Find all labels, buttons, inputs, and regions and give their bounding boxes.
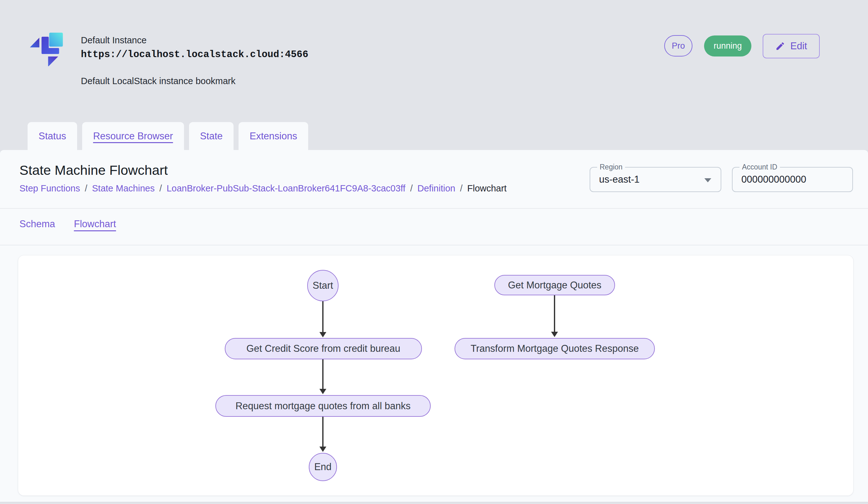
flow-node-get-mortgage-quotes[interactable]: Get Mortgage Quotes [494,275,615,295]
flow-node-label: Transform Mortgage Quotes Response [471,343,639,354]
flow-edge-start-credit [322,301,323,333]
region-select[interactable]: Region us-east-1 [590,167,721,192]
instance-url: https://localhost.localstack.cloud:4566 [81,49,309,60]
flow-edge-request-end [322,417,323,447]
breadcrumb-step-functions[interactable]: Step Functions [19,183,80,194]
tab-label: Status [39,131,66,142]
tab-extensions[interactable]: Extensions [239,122,308,150]
breadcrumb-separator: / [460,183,462,194]
edit-button[interactable]: Edit [763,34,820,58]
flow-edge-quotes-transform [554,295,555,332]
flow-node-get-credit-score[interactable]: Get Credit Score from credit bureau [225,338,422,359]
region-value: us-east-1 [599,174,640,185]
instance-name: Default Instance [81,35,147,46]
tab-status[interactable]: Status [28,122,77,150]
flow-node-label: Request mortgage quotes from all banks [235,401,410,412]
subtab-schema[interactable]: Schema [19,219,55,233]
panel-bottom-divider [0,502,868,503]
localstack-logo [30,33,63,67]
resource-browser-panel: State Machine Flowchart Step Functions /… [0,150,868,503]
flow-node-end[interactable]: End [309,453,337,481]
pro-badge: Pro [664,35,692,57]
flow-node-label: Start [312,280,333,291]
breadcrumb: Step Functions / State Machines / LoanBr… [19,183,507,194]
flow-node-transform-response[interactable]: Transform Mortgage Quotes Response [455,338,655,359]
definition-subtabs: Schema Flowchart [19,219,116,233]
region-label: Region [597,163,625,171]
subtab-flowchart[interactable]: Flowchart [74,219,116,233]
account-id-input[interactable]: Account ID 000000000000 [732,167,853,192]
flow-node-label: Get Credit Score from credit bureau [246,343,400,354]
flow-edge-credit-request [322,359,323,390]
breadcrumb-separator: / [85,183,87,194]
breadcrumb-flowchart: Flowchart [467,183,507,194]
page-title: State Machine Flowchart [19,163,168,178]
breadcrumb-state-machine-id[interactable]: LoanBroker-PubSub-Stack-LoanBroker641FC9… [166,183,405,194]
subtab-divider [0,245,868,245]
main-tabs: Status Resource Browser State Extensions [28,122,308,150]
flow-node-label: Get Mortgage Quotes [508,280,601,291]
flowchart-card: Start Get Credit Score from credit burea… [18,255,853,495]
tab-resource-browser[interactable]: Resource Browser [82,122,184,150]
account-id-label: Account ID [740,163,780,171]
tab-label: Resource Browser [93,131,173,142]
pencil-icon [775,41,785,51]
tab-label: State [200,131,223,142]
breadcrumb-definition[interactable]: Definition [417,183,455,194]
tab-state[interactable]: State [189,122,234,150]
status-badge: running [704,36,751,57]
breadcrumb-separator: / [159,183,162,194]
breadcrumb-state-machines[interactable]: State Machines [92,183,155,194]
account-id-value: 000000000000 [741,174,806,185]
flow-node-label: End [314,461,331,473]
flow-node-request-quotes[interactable]: Request mortgage quotes from all banks [215,395,431,417]
instance-description: Default LocalStack instance bookmark [81,76,235,86]
chevron-down-icon [704,178,711,182]
header-divider [0,208,868,209]
tab-label: Extensions [249,131,297,142]
edit-button-label: Edit [790,40,807,52]
breadcrumb-separator: / [410,183,413,194]
flow-node-start[interactable]: Start [307,270,339,301]
